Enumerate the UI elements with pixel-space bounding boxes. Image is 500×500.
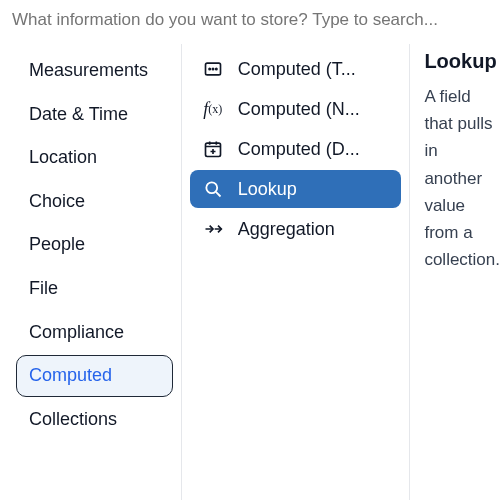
category-choice[interactable]: Choice <box>16 181 173 223</box>
type-label: Computed (D... <box>238 139 360 160</box>
type-label: Aggregation <box>238 219 335 240</box>
category-location[interactable]: Location <box>16 137 173 179</box>
detail-panel: Lookup A field that pulls in another val… <box>410 44 500 500</box>
category-compliance[interactable]: Compliance <box>16 312 173 354</box>
svg-line-11 <box>216 192 221 197</box>
fx-icon: f(x) <box>202 98 224 120</box>
text-icon <box>202 58 224 80</box>
category-computed[interactable]: Computed <box>16 355 173 397</box>
aggregation-icon <box>202 218 224 240</box>
type-computed-text[interactable]: Computed (T... <box>190 50 402 88</box>
type-label: Lookup <box>238 179 297 200</box>
category-date-time[interactable]: Date & Time <box>16 94 173 136</box>
category-file[interactable]: File <box>16 268 173 310</box>
type-label: Computed (T... <box>238 59 356 80</box>
category-measurements[interactable]: Measurements <box>16 50 173 92</box>
svg-point-10 <box>206 182 217 193</box>
field-type-list: Computed (T... f(x) Computed (N... Compu… <box>182 44 411 500</box>
category-collections[interactable]: Collections <box>16 399 173 441</box>
type-label: Computed (N... <box>238 99 360 120</box>
svg-point-2 <box>212 68 213 69</box>
svg-point-1 <box>209 68 210 69</box>
search-input[interactable] <box>0 0 500 44</box>
type-computed-number[interactable]: f(x) Computed (N... <box>190 90 402 128</box>
category-list: Measurements Date & Time Location Choice… <box>0 44 182 500</box>
detail-description: A field that pulls in another value from… <box>424 83 500 273</box>
type-lookup[interactable]: Lookup <box>190 170 402 208</box>
search-icon <box>202 178 224 200</box>
type-aggregation[interactable]: Aggregation <box>190 210 402 248</box>
detail-title: Lookup <box>424 50 500 73</box>
category-people[interactable]: People <box>16 224 173 266</box>
svg-point-3 <box>215 68 216 69</box>
calendar-icon <box>202 138 224 160</box>
type-computed-date[interactable]: Computed (D... <box>190 130 402 168</box>
